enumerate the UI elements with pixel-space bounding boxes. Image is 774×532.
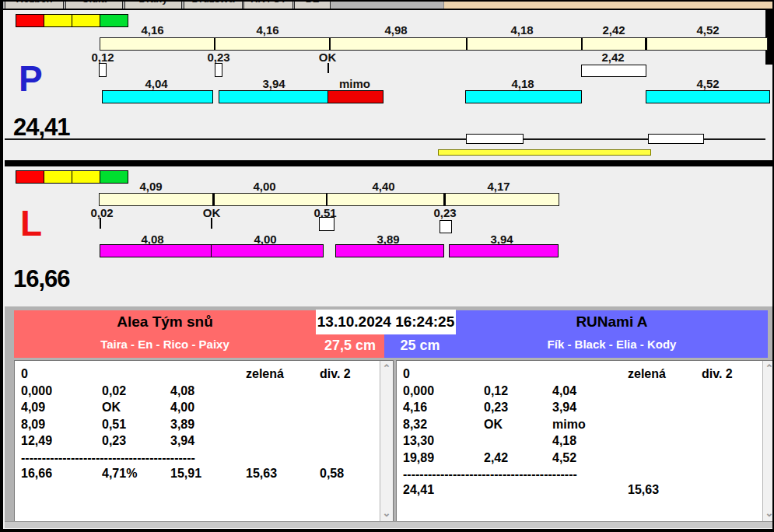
left-panel-scrollbar[interactable]: ⌃ ⌄ bbox=[380, 361, 393, 521]
tab-dz[interactable]: DZ bbox=[294, 2, 331, 9]
light-green-cell bbox=[100, 14, 128, 27]
cell: 2,42 bbox=[484, 451, 508, 465]
l-traffic-light bbox=[16, 170, 128, 184]
p-baseline-box bbox=[648, 134, 704, 144]
cell: 12,49 bbox=[21, 434, 52, 448]
cell: mimo bbox=[552, 418, 586, 432]
p-split-label: 4,16 bbox=[256, 23, 278, 37]
left-size-category: 27,5 cm bbox=[316, 334, 384, 358]
l-lane-letter: L bbox=[20, 205, 42, 241]
p-run-bar bbox=[102, 90, 213, 103]
p-split-label: 4,16 bbox=[141, 23, 163, 37]
table-row: 0,000 0,12 4,04 bbox=[397, 384, 762, 401]
l-gate-marker-box bbox=[319, 217, 334, 231]
cell-light: zelená bbox=[246, 367, 284, 381]
p-gate-label: OK bbox=[319, 51, 337, 64]
scroll-down-icon[interactable]: ⌄ bbox=[763, 507, 774, 520]
l-gate-marker-tick bbox=[211, 218, 212, 229]
l-gate-marker-box bbox=[440, 220, 452, 233]
p-segment-label: 4,52 bbox=[696, 77, 719, 90]
track-divider bbox=[214, 38, 215, 50]
cell-division: div. 2 bbox=[702, 367, 733, 381]
p-run-bar bbox=[219, 90, 329, 103]
l-gate-label: 0,23 bbox=[433, 206, 456, 219]
tab-rozbeh[interactable]: Rozbeh bbox=[5, 2, 64, 9]
table-row: 8,32 OK mimo bbox=[397, 418, 762, 435]
p-traffic-light bbox=[16, 14, 128, 27]
cell: 0,12 bbox=[484, 384, 508, 398]
table-total-row: 24,41 15,63 bbox=[397, 483, 762, 500]
l-run-bar bbox=[335, 244, 444, 257]
p-run-bar bbox=[465, 90, 582, 103]
cell: 4,16 bbox=[403, 401, 427, 415]
p-gate-marker-box-wide bbox=[581, 65, 646, 77]
cell: 4,00 bbox=[170, 401, 194, 415]
total-time: 16,66 bbox=[21, 467, 52, 481]
p-segment-label: 4,18 bbox=[511, 77, 534, 90]
left-results-panel[interactable]: 0 zelená div. 2 0,000 0,02 4,08 4,09 OK … bbox=[14, 360, 394, 522]
total-time: 24,41 bbox=[403, 483, 434, 497]
total-c: 0,58 bbox=[320, 467, 344, 481]
p-run-bar bbox=[646, 90, 770, 103]
track-divider bbox=[443, 194, 446, 205]
cell-start: 0 bbox=[403, 367, 410, 381]
datetime-display: 13.10.2024 16:24:25 bbox=[316, 310, 456, 334]
tab-druzstva[interactable]: Družstva bbox=[184, 2, 243, 9]
l-split-track bbox=[99, 193, 559, 206]
p-segment-label: 4,04 bbox=[145, 77, 167, 90]
table-row: 13,30 4,18 bbox=[397, 434, 762, 451]
l-split-label: 4,00 bbox=[253, 180, 275, 193]
track-divider bbox=[581, 38, 583, 50]
table-row: 0,000 0,02 4,08 bbox=[15, 384, 380, 401]
tab-cidla[interactable]: Cidla bbox=[65, 2, 123, 9]
l-gate-label: 0,02 bbox=[90, 206, 113, 219]
light-yellow-cell bbox=[44, 170, 72, 184]
track-divider bbox=[212, 194, 215, 205]
p-gate-label: 0,12 bbox=[91, 51, 114, 64]
cell: 0,23 bbox=[102, 434, 126, 448]
light-yellow-cell bbox=[72, 14, 100, 27]
p-lane-letter: P bbox=[19, 61, 43, 96]
right-results-panel[interactable]: 0 zelená div. 2 0,000 0,12 4,04 4,16 0,2… bbox=[396, 360, 774, 522]
p-split-label: 4,52 bbox=[696, 23, 719, 37]
track-divider bbox=[329, 38, 331, 50]
table-row: 8,09 0,51 3,89 bbox=[15, 418, 380, 435]
cell-start: 0 bbox=[21, 367, 28, 381]
p-total-time: 24,41 bbox=[13, 114, 70, 142]
p-gate-label: 0,23 bbox=[207, 51, 229, 64]
cell: 8,09 bbox=[21, 418, 45, 432]
table-row: 4,16 0,23 3,94 bbox=[397, 401, 762, 418]
scroll-up-icon[interactable]: ⌃ bbox=[763, 362, 774, 375]
track-divider bbox=[326, 194, 327, 205]
table-row: 0 zelená div. 2 bbox=[397, 367, 762, 384]
cell: 3,94 bbox=[552, 401, 576, 415]
cell: 4,04 bbox=[552, 384, 576, 398]
table-row: 4,09 OK 4,00 bbox=[15, 401, 380, 418]
cell-division: div. 2 bbox=[320, 367, 351, 381]
l-gate-marker-tick bbox=[100, 218, 101, 229]
scroll-up-icon[interactable]: ⌃ bbox=[380, 362, 393, 375]
table-row: 12,49 0,23 3,94 bbox=[15, 434, 380, 451]
dashes: ----------------------------------------… bbox=[403, 467, 577, 481]
cell: 8,32 bbox=[403, 418, 427, 432]
l-split-label: 4,40 bbox=[372, 180, 394, 193]
cell: 0,000 bbox=[21, 384, 52, 398]
table-row: 19,89 2,42 4,52 bbox=[397, 451, 762, 468]
tab-drahy[interactable]: Dráhy bbox=[124, 2, 182, 9]
scroll-down-icon[interactable]: ⌄ bbox=[380, 507, 393, 520]
cell: OK bbox=[484, 418, 503, 432]
p-gate-marker-box bbox=[99, 63, 107, 77]
p-segment-label: mimo bbox=[339, 77, 370, 90]
l-run-bar bbox=[211, 244, 324, 257]
bottom-strip bbox=[5, 521, 772, 528]
p-split-track bbox=[100, 37, 768, 51]
total-b: 15,63 bbox=[246, 467, 277, 481]
cell: 4,09 bbox=[21, 401, 45, 415]
tab-rk-st[interactable]: RK / ST bbox=[243, 2, 293, 9]
cell: 0,51 bbox=[102, 418, 126, 432]
track-divider bbox=[466, 38, 468, 50]
right-panel-scrollbar[interactable]: ⌃ ⌄ bbox=[762, 361, 774, 521]
light-red-cell bbox=[16, 14, 44, 27]
right-size-category: 25 cm bbox=[384, 334, 456, 358]
frame-top-line bbox=[3, 9, 774, 10]
